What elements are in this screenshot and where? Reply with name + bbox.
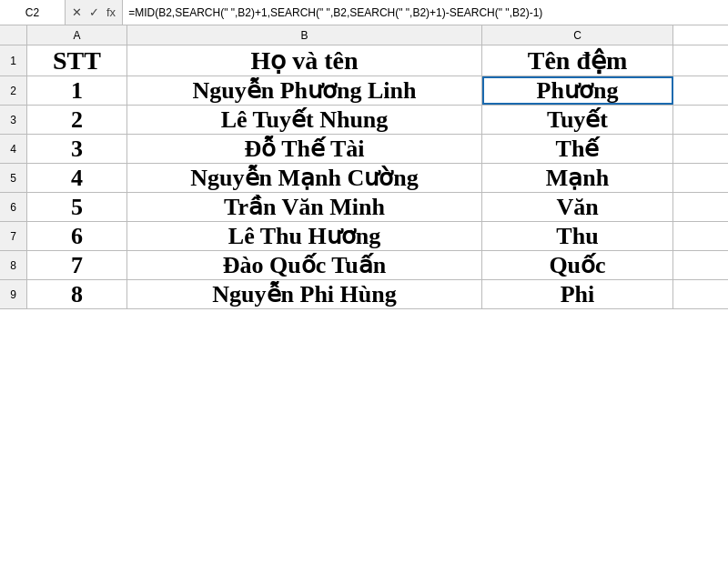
cell-a5[interactable]: 4	[27, 164, 127, 192]
spreadsheet-body: 1 STT Họ và tên Tên đệm 2 1 Nguyễn Phươn…	[0, 45, 728, 309]
table-row: 1 STT Họ và tên Tên đệm	[0, 45, 728, 76]
formula-bar-area: C2 ✕ ✓ fx =MID(B2,SEARCH(" ",B2)+1,SEARC…	[0, 0, 728, 25]
row-num-4[interactable]: 4	[0, 135, 27, 163]
cell-b9[interactable]: Nguyễn Phi Hùng	[127, 280, 482, 308]
table-row: 2 1 Nguyễn Phương Linh Phương	[0, 76, 728, 106]
table-row: 6 5 Trần Văn Minh Văn	[0, 193, 728, 222]
table-row: 8 7 Đào Quốc Tuấn Quốc	[0, 251, 728, 280]
row-num-8[interactable]: 8	[0, 251, 27, 279]
cell-c5[interactable]: Mạnh	[482, 164, 673, 192]
formula-icons: ✕ ✓ fx	[66, 0, 123, 25]
cell-a1[interactable]: STT	[27, 45, 127, 76]
cell-a3[interactable]: 2	[27, 106, 127, 134]
row-num-9[interactable]: 9	[0, 280, 27, 308]
row-num-2[interactable]: 2	[0, 76, 27, 105]
confirm-icon[interactable]: ✓	[86, 5, 102, 19]
cancel-icon[interactable]: ✕	[69, 5, 85, 19]
cell-c9[interactable]: Phi	[482, 280, 673, 308]
cell-a2[interactable]: 1	[27, 76, 127, 105]
column-headers: A B C	[0, 25, 728, 45]
table-row: 4 3 Đỗ Thế Tài Thế	[0, 135, 728, 164]
cell-c2[interactable]: Phương	[482, 76, 673, 105]
cell-a8[interactable]: 7	[27, 251, 127, 279]
row-num-3[interactable]: 3	[0, 106, 27, 134]
cell-a9[interactable]: 8	[27, 280, 127, 308]
formula-input[interactable]: =MID(B2,SEARCH(" ",B2)+1,SEARCH(" ",B2,S…	[123, 0, 728, 25]
cell-a4[interactable]: 3	[27, 135, 127, 163]
row-num-1[interactable]: 1	[0, 45, 27, 76]
cell-c6[interactable]: Văn	[482, 193, 673, 221]
col-header-a[interactable]: A	[27, 25, 127, 45]
row-num-6[interactable]: 6	[0, 193, 27, 221]
cell-b3[interactable]: Lê Tuyết Nhung	[127, 106, 482, 134]
table-row: 5 4 Nguyễn Mạnh Cường Mạnh	[0, 164, 728, 193]
table-row: 9 8 Nguyễn Phi Hùng Phi	[0, 280, 728, 309]
cell-a7[interactable]: 6	[27, 222, 127, 250]
cell-c8[interactable]: Quốc	[482, 251, 673, 279]
cell-c3[interactable]: Tuyết	[482, 106, 673, 134]
cell-b5[interactable]: Nguyễn Mạnh Cường	[127, 164, 482, 192]
cell-b4[interactable]: Đỗ Thế Tài	[127, 135, 482, 163]
cell-b6[interactable]: Trần Văn Minh	[127, 193, 482, 221]
col-header-c[interactable]: C	[482, 25, 673, 45]
cell-c1[interactable]: Tên đệm	[482, 45, 673, 76]
cell-c4[interactable]: Thế	[482, 135, 673, 163]
cell-a6[interactable]: 5	[27, 193, 127, 221]
col-header-b[interactable]: B	[127, 25, 482, 45]
table-row: 7 6 Lê Thu Hương Thu	[0, 222, 728, 251]
name-box[interactable]: C2	[0, 0, 66, 25]
row-num-5[interactable]: 5	[0, 164, 27, 192]
corner-cell	[0, 25, 27, 45]
spreadsheet: A B C 1 STT Họ và tên Tên đệm 2 1 Nguyễn…	[0, 25, 728, 309]
table-row: 3 2 Lê Tuyết Nhung Tuyết	[0, 106, 728, 135]
function-icon[interactable]: fx	[104, 5, 118, 19]
cell-b2[interactable]: Nguyễn Phương Linh	[127, 76, 482, 105]
cell-b7[interactable]: Lê Thu Hương	[127, 222, 482, 250]
cell-b8[interactable]: Đào Quốc Tuấn	[127, 251, 482, 279]
cell-c7[interactable]: Thu	[482, 222, 673, 250]
row-num-7[interactable]: 7	[0, 222, 27, 250]
cell-b1[interactable]: Họ và tên	[127, 45, 482, 76]
